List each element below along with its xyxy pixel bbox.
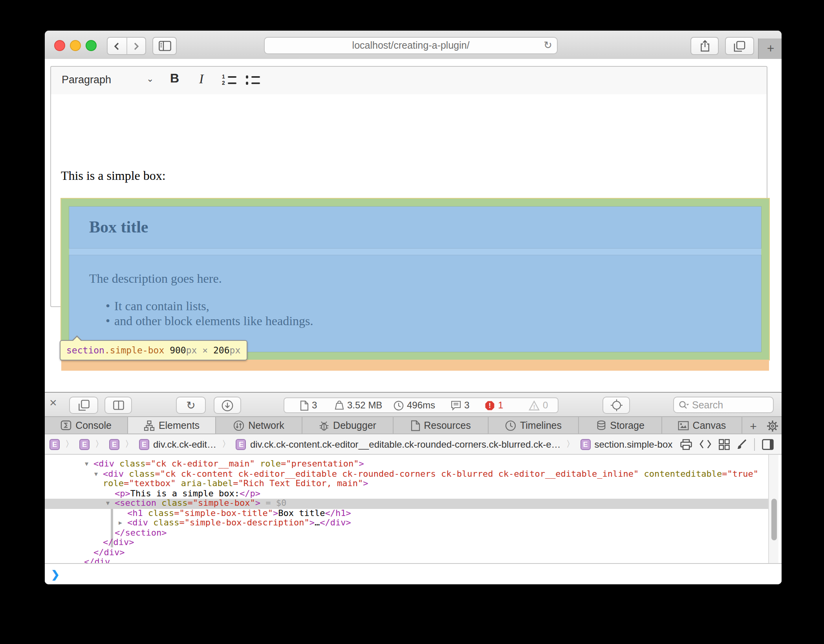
- page-size-stat[interactable]: 3.52 MB: [335, 398, 382, 412]
- breadcrumb-item[interactable]: Ediv.ck.ck-content.ck-editor__editable.c…: [236, 439, 561, 450]
- bulleted-list-button[interactable]: [245, 75, 263, 87]
- tab-overview-button[interactable]: [725, 37, 754, 55]
- dom-tree-line[interactable]: <div class="ck ck-editor__main" role="pr…: [93, 459, 364, 469]
- breadcrumb-item[interactable]: E: [109, 439, 119, 450]
- sidebar-toggle-button[interactable]: [152, 37, 177, 55]
- details-sidebar-toggle-icon[interactable]: [762, 439, 774, 450]
- share-button[interactable]: [690, 37, 719, 55]
- tab-debugger[interactable]: Debugger: [302, 417, 394, 434]
- resource-stats-bar[interactable]: 33.52 MB496ms3!1!0: [284, 397, 558, 413]
- back-button[interactable]: [108, 38, 126, 54]
- breadcrumb-item[interactable]: Esection.simple-box: [580, 439, 673, 450]
- dock-side-button[interactable]: [104, 397, 132, 414]
- breadcrumb-separator-icon: 〉: [95, 438, 104, 450]
- tooltip-arrow: [71, 335, 82, 341]
- close-window-button[interactable]: [54, 40, 65, 51]
- dom-tree-line[interactable]: <div class="simple-box-description">…</d…: [127, 518, 351, 528]
- console-prompt-row[interactable]: ❯: [45, 563, 782, 584]
- dom-breadcrumb-bar: E〉E〉E〉Ediv.ck.ck-edit…〉Ediv.ck.ck-conten…: [45, 434, 782, 455]
- load-time-stat[interactable]: 496ms: [394, 398, 435, 412]
- breadcrumb-item[interactable]: Ediv.ck.ck-edit…: [139, 439, 216, 450]
- dom-tree-line[interactable]: <h1 class="simple-box-title">Box title</…: [127, 509, 351, 518]
- breadcrumb-item[interactable]: E: [49, 439, 60, 450]
- doc-icon: [300, 400, 309, 410]
- disclosure-open-icon[interactable]: ▼: [106, 499, 110, 509]
- inspector-settings-button[interactable]: [764, 417, 781, 434]
- bullet-glyph: •: [106, 298, 114, 313]
- search-icon: [679, 400, 689, 410]
- tab-timelines[interactable]: Timelines: [489, 417, 579, 434]
- dom-tree-line[interactable]: </div: [84, 558, 110, 563]
- log-count-stat[interactable]: 3: [451, 398, 469, 412]
- reload-icon[interactable]: ↻: [544, 39, 552, 51]
- network-icon: [233, 420, 244, 431]
- element-badge: E: [79, 439, 90, 450]
- minimize-window-button[interactable]: [70, 40, 81, 51]
- resource-count-stat[interactable]: 3: [300, 398, 317, 412]
- disclosure-closed-icon[interactable]: ▶: [119, 518, 122, 528]
- forward-button[interactable]: [126, 38, 145, 54]
- address-bar[interactable]: localhost/creating-a-plugin/ ↻: [264, 37, 558, 54]
- search-input[interactable]: Search: [673, 397, 774, 413]
- reload-page-button[interactable]: ↻: [176, 397, 206, 414]
- numbered-list-button[interactable]: 1 2: [222, 75, 239, 87]
- description-list: •It can contain lists,•and other block e…: [106, 298, 313, 328]
- new-tab-button[interactable]: +: [758, 38, 782, 59]
- print-icon[interactable]: [680, 439, 692, 450]
- tab-elements[interactable]: Elements: [128, 417, 216, 434]
- dom-tree-line[interactable]: <section class="simple-box"> = $0: [115, 499, 286, 509]
- share-icon: [699, 40, 710, 52]
- element-badge: E: [236, 439, 246, 450]
- disclosure-open-icon[interactable]: ▼: [85, 459, 88, 469]
- svg-text:!: !: [489, 401, 491, 409]
- zoom-window-button[interactable]: [86, 40, 97, 51]
- dom-tree-line[interactable]: </section>: [115, 528, 167, 538]
- add-tab-button[interactable]: +: [744, 417, 763, 434]
- dom-tree-line[interactable]: <p>This is a simple box:</p>: [115, 489, 260, 499]
- scrollbar-track[interactable]: [768, 455, 778, 563]
- tab-storage[interactable]: Storage: [579, 417, 662, 434]
- history-nav-group: [107, 37, 146, 55]
- paragraph-dropdown[interactable]: Paragraph: [62, 74, 111, 86]
- breadcrumb-separator-icon: 〉: [222, 438, 231, 450]
- dom-tree-line[interactable]: role="textbox" aria-label="Rich Text Edi…: [103, 479, 368, 489]
- breadcrumb-item[interactable]: E: [79, 439, 90, 450]
- chevron-down-icon[interactable]: ⌄: [146, 74, 154, 84]
- download-page-button[interactable]: [214, 397, 241, 414]
- elements-icon: [144, 420, 155, 431]
- close-inspector-button[interactable]: ×: [49, 396, 57, 410]
- element-badge: E: [49, 439, 60, 450]
- tab-console[interactable]: Console: [45, 417, 128, 434]
- plus-icon: +: [767, 42, 775, 56]
- grid-overlay-icon[interactable]: [719, 439, 730, 450]
- browser-titlebar: localhost/creating-a-plugin/ ↻ +: [45, 31, 782, 60]
- dom-tree-view[interactable]: ▼<div class="ck ck-editor__main" role="p…: [45, 455, 782, 563]
- tab-network[interactable]: Network: [216, 417, 302, 434]
- dom-tree-line[interactable]: <div class="ck ck-content ck-editor__edi…: [103, 469, 758, 479]
- tab-resources[interactable]: Resources: [394, 417, 489, 434]
- download-icon: [222, 399, 233, 411]
- disclosure-open-icon[interactable]: ▼: [94, 469, 98, 479]
- show-source-icon[interactable]: [699, 439, 712, 449]
- search-placeholder: Search: [692, 399, 723, 410]
- box-title-text: Box title: [89, 218, 148, 237]
- italic-button[interactable]: I: [199, 71, 203, 87]
- highlight-content-area: Box title The description goes here. •It…: [69, 207, 761, 352]
- breadcrumb-separator-icon: 〉: [566, 438, 575, 450]
- scrollbar-thumb[interactable]: [771, 499, 776, 540]
- breadcrumb-label: div.ck.ck-content.ck-editor__editable.ck…: [250, 439, 561, 450]
- tab-canvas[interactable]: Canvas: [662, 417, 742, 434]
- editor-editable-area[interactable]: This is a simple box: Box title The desc…: [50, 94, 767, 307]
- bold-button[interactable]: B: [170, 71, 179, 86]
- warning-count-stat[interactable]: !0: [529, 398, 548, 412]
- breadcrumb-label: section.simple-box: [595, 439, 673, 450]
- screen: localhost/creating-a-plugin/ ↻ +: [0, 0, 824, 644]
- list-item: •It can contain lists,: [106, 298, 313, 313]
- error-count-stat[interactable]: !1: [485, 398, 503, 412]
- detach-inspector-button[interactable]: [69, 397, 98, 414]
- element-picker-button[interactable]: [602, 397, 630, 414]
- dom-tree-line[interactable]: </div>: [93, 548, 125, 558]
- styles-brush-icon[interactable]: [737, 439, 747, 450]
- reload-icon: ↻: [186, 399, 195, 412]
- dom-tree-line[interactable]: </div>: [103, 538, 134, 548]
